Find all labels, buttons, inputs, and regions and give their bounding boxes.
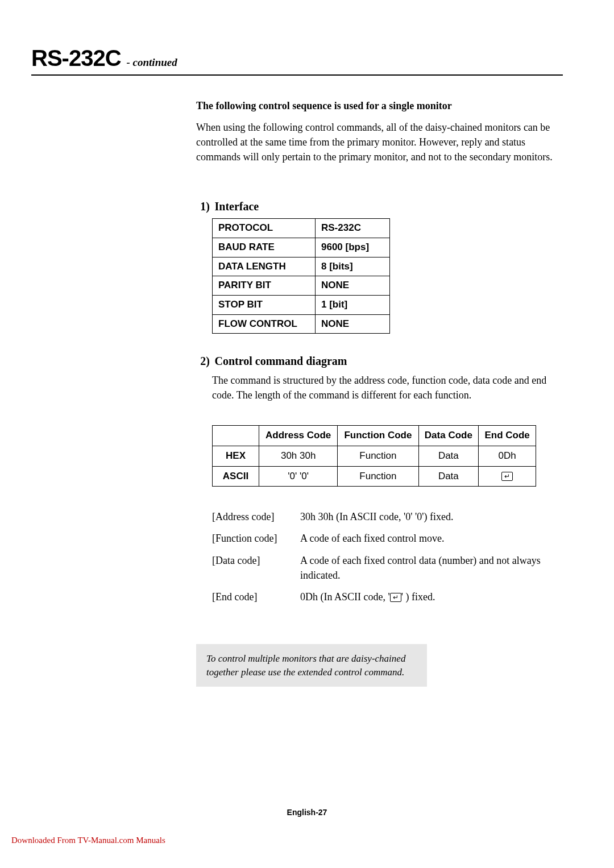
cmd-header: Function Code xyxy=(338,426,418,446)
definition-label: [Address code] xyxy=(212,509,300,524)
iface-key: STOP BIT xyxy=(213,295,316,314)
enter-key-icon: ↵ xyxy=(501,472,513,481)
note-box: To control multiple monitors that are da… xyxy=(196,644,427,687)
command-table: Address Code Function Code Data Code End… xyxy=(212,425,536,487)
definition-row: [Data code] A code of each fixed control… xyxy=(212,553,563,583)
cmd-cell: Data xyxy=(418,446,479,467)
cmd-cell: Function xyxy=(338,466,418,487)
section-2-number: 2) xyxy=(196,353,210,369)
iface-key: BAUD RATE xyxy=(213,238,316,258)
cmd-header: End Code xyxy=(479,426,536,446)
header-subtitle: - continued xyxy=(127,56,177,68)
download-source-note: Downloaded From TV-Manual.com Manuals xyxy=(11,836,165,845)
definition-value: A code of each fixed control data (numbe… xyxy=(300,553,563,583)
table-row: DATA LENGTH 8 [bits] xyxy=(213,257,390,276)
definition-value: 0Dh (In ASCII code, '↵' ) fixed. xyxy=(300,589,563,604)
cmd-row-label: HEX xyxy=(213,446,259,467)
document-page: RS-232C - continued The following contro… xyxy=(0,0,614,868)
enter-key-icon: ↵ xyxy=(390,593,401,602)
iface-key: PROTOCOL xyxy=(213,219,316,238)
definitions-list: [Address code] 30h 30h (In ASCII code, '… xyxy=(212,509,563,604)
cmd-header-blank xyxy=(213,426,259,446)
cmd-header: Data Code xyxy=(418,426,479,446)
table-row: BAUD RATE 9600 [bps] xyxy=(213,238,390,258)
iface-val: NONE xyxy=(316,314,390,334)
iface-key: DATA LENGTH xyxy=(213,257,316,276)
cmd-row-label: ASCII xyxy=(213,466,259,487)
cmd-cell: '0' '0' xyxy=(259,466,338,487)
definition-label: [Function code] xyxy=(212,531,300,546)
table-row: HEX 30h 30h Function Data 0Dh xyxy=(213,446,536,467)
cmd-header: Address Code xyxy=(259,426,338,446)
iface-val: RS-232C xyxy=(316,219,390,238)
definition-label: [End code] xyxy=(212,589,300,604)
iface-val: 8 [bits] xyxy=(316,257,390,276)
page-footer: English-27 xyxy=(0,808,614,817)
section-2-body: The command is structured by the address… xyxy=(212,373,563,402)
section-1-title: Interface xyxy=(215,200,259,213)
table-row: PROTOCOL RS-232C xyxy=(213,219,390,238)
table-row: FLOW CONTROL NONE xyxy=(213,314,390,334)
iface-val: 1 [bit] xyxy=(316,295,390,314)
table-row: PARITY BIT NONE xyxy=(213,276,390,296)
intro-heading: The following control sequence is used f… xyxy=(196,98,563,113)
definition-row: [Function code] A code of each fixed con… xyxy=(212,531,563,546)
definition-label: [Data code] xyxy=(212,553,300,583)
cmd-cell: ↵ xyxy=(479,466,536,487)
iface-val: NONE xyxy=(316,276,390,296)
content-column: The following control sequence is used f… xyxy=(196,98,563,687)
table-row: STOP BIT 1 [bit] xyxy=(213,295,390,314)
cmd-cell: 30h 30h xyxy=(259,446,338,467)
iface-val: 9600 [bps] xyxy=(316,238,390,258)
table-row: ASCII '0' '0' Function Data ↵ xyxy=(213,466,536,487)
iface-key: PARITY BIT xyxy=(213,276,316,296)
page-header: RS-232C - continued xyxy=(31,45,563,76)
table-header-row: Address Code Function Code Data Code End… xyxy=(213,426,536,446)
cmd-cell: Data xyxy=(418,466,479,487)
definition-value: 30h 30h (In ASCII code, '0' '0') fixed. xyxy=(300,509,563,524)
cmd-cell: Function xyxy=(338,446,418,467)
definition-value: A code of each fixed control move. xyxy=(300,531,563,546)
header-title: RS-232C xyxy=(31,45,121,70)
definition-row: [Address code] 30h 30h (In ASCII code, '… xyxy=(212,509,563,524)
section-1-heading: 1) Interface xyxy=(196,198,563,215)
intro-body: When using the following control command… xyxy=(196,120,563,164)
iface-key: FLOW CONTROL xyxy=(213,314,316,334)
section-2-heading: 2) Control command diagram xyxy=(196,353,563,369)
section-1-number: 1) xyxy=(196,198,210,215)
definition-row: [End code] 0Dh (In ASCII code, '↵' ) fix… xyxy=(212,589,563,604)
cmd-cell: 0Dh xyxy=(479,446,536,467)
section-2-title: Control command diagram xyxy=(215,355,347,367)
interface-table: PROTOCOL RS-232C BAUD RATE 9600 [bps] DA… xyxy=(212,218,390,334)
